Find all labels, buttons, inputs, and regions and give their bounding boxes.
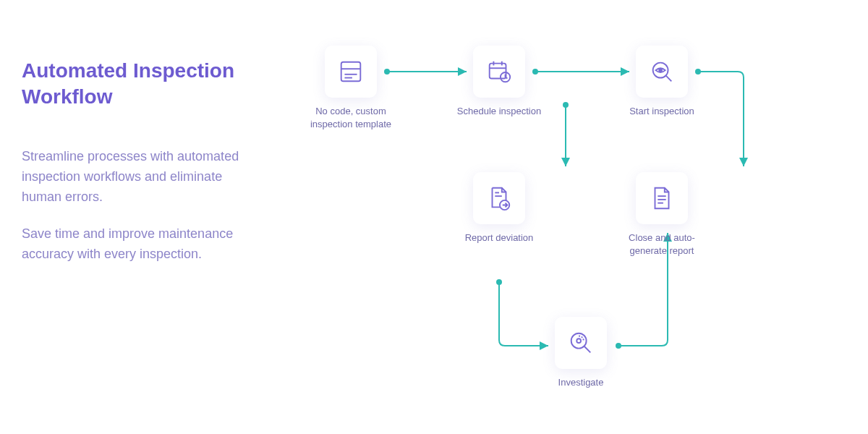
workflow-node-label: No code, custom inspection template xyxy=(304,105,398,130)
workflow-node-label: Schedule inspection xyxy=(452,105,546,118)
svg-rect-12 xyxy=(490,64,506,79)
description: Streamline processes with automated insp… xyxy=(22,147,246,265)
template-icon xyxy=(325,46,377,98)
workflow-node-label: Report deviation xyxy=(452,231,546,244)
svg-point-19 xyxy=(659,69,662,72)
workflow-node-close-report: Close and auto-generate report xyxy=(615,172,709,257)
workflow-diagram: No code, custom inspection template Sche… xyxy=(260,0,868,434)
svg-point-6 xyxy=(496,279,502,285)
description-paragraph: Save time and improve maintenance accura… xyxy=(22,224,246,265)
workflow-node-start: Start inspection xyxy=(615,46,709,118)
calendar-clock-icon xyxy=(473,46,525,98)
workflow-node-label: Start inspection xyxy=(615,105,709,118)
info-panel: Automated Inspection Workflow Streamline… xyxy=(0,0,260,434)
svg-point-4 xyxy=(563,102,569,108)
document-arrow-icon xyxy=(473,172,525,224)
svg-line-18 xyxy=(666,76,672,82)
workflow-node-label: Investigate xyxy=(534,376,628,389)
workflow-node-schedule: Schedule inspection xyxy=(452,46,546,118)
investigate-magnifier-icon xyxy=(555,317,607,369)
workflow-node-label: Close and auto-generate report xyxy=(615,231,709,257)
svg-point-28 xyxy=(576,339,581,343)
workflow-node-investigate: Investigate xyxy=(534,317,628,389)
page-title: Automated Inspection Workflow xyxy=(22,58,246,111)
eye-magnifier-icon xyxy=(636,46,688,98)
document-lines-icon xyxy=(636,172,688,224)
workflow-node-template: No code, custom inspection template xyxy=(304,46,398,130)
description-paragraph: Streamline processes with automated insp… xyxy=(22,147,246,208)
svg-line-27 xyxy=(584,346,591,353)
workflow-node-report-deviation: Report deviation xyxy=(452,172,546,244)
